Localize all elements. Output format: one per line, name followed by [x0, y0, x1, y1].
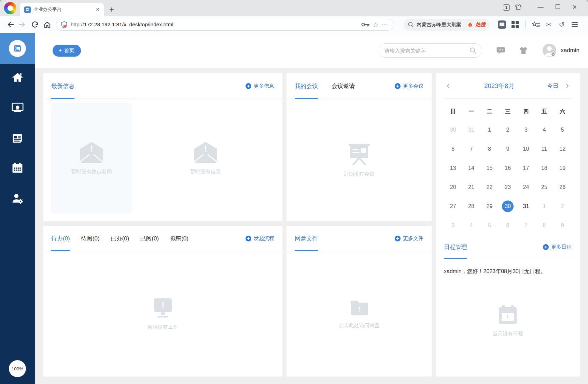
search-icon[interactable]: [470, 47, 476, 54]
calendar-day[interactable]: 2: [499, 120, 517, 139]
screenshot-scissors-icon[interactable]: ✂: [543, 19, 554, 30]
calendar-day[interactable]: 2: [554, 197, 572, 216]
calendar-day[interactable]: 5: [480, 216, 499, 235]
calendar-day[interactable]: 27: [444, 197, 462, 216]
new-tab-button[interactable]: +: [109, 6, 114, 13]
tab-latest-news[interactable]: 最新信息: [51, 73, 74, 99]
search-input[interactable]: [384, 48, 467, 54]
browser-logo-icon[interactable]: [4, 2, 16, 14]
hot-news-empty-card[interactable]: ! 暂时没有热点新闻: [51, 103, 132, 213]
url-text[interactable]: http://172.28.192.1:81/x_desktop/index.h…: [71, 21, 173, 28]
site-security-shield-icon[interactable]: [61, 21, 67, 28]
tab-close-icon[interactable]: ×: [95, 6, 100, 13]
calendar-day[interactable]: 8: [535, 216, 553, 235]
calendar-day[interactable]: 30: [444, 120, 462, 139]
calendar-day[interactable]: 26: [554, 178, 572, 197]
calendar-day[interactable]: 21: [462, 178, 480, 197]
tab-draft[interactable]: 拟稿(0): [170, 226, 188, 251]
calendar-day[interactable]: 11: [535, 139, 553, 159]
home-tab-pill[interactable]: 首页: [53, 45, 81, 57]
reload-icon[interactable]: [29, 19, 40, 30]
undo-closed-tab-icon[interactable]: ↺: [556, 19, 567, 30]
calendar-day[interactable]: 12: [554, 139, 572, 159]
sidebar-item-calendar[interactable]: [11, 162, 24, 174]
calendar-day[interactable]: 6: [499, 216, 517, 235]
app-logo[interactable]: [0, 33, 35, 64]
tab-meeting-invites[interactable]: 会议邀请: [332, 73, 355, 99]
calendar-day[interactable]: 23: [499, 178, 517, 197]
more-files-link[interactable]: 更多文件: [395, 226, 423, 251]
close-window-button[interactable]: ×: [566, 3, 583, 12]
tab-count-badge[interactable]: 1: [498, 4, 515, 11]
calendar-day[interactable]: 9: [499, 139, 517, 159]
calendar-day[interactable]: 4: [462, 216, 480, 235]
more-schedule-link[interactable]: 更多日程: [543, 235, 572, 259]
calendar-day-selected[interactable]: 30: [499, 197, 517, 216]
username-label[interactable]: xadmin: [561, 47, 579, 54]
calendar-day[interactable]: 3: [517, 120, 535, 139]
calendar-day[interactable]: 19: [554, 159, 572, 178]
calendar-day[interactable]: 7: [462, 139, 480, 159]
calendar-day[interactable]: 9: [554, 216, 572, 235]
calendar-day[interactable]: 5: [554, 120, 572, 139]
calendar-month-label[interactable]: 2023年8月: [452, 82, 547, 90]
theme-shirt-icon[interactable]: [519, 47, 528, 54]
calendar-day[interactable]: 31: [462, 120, 480, 139]
calendar-next-icon[interactable]: ›: [564, 81, 571, 91]
address-bar[interactable]: http://172.28.192.1:81/x_desktop/index.h…: [56, 19, 393, 31]
reading-mode-icon[interactable]: [496, 19, 507, 30]
start-process-link[interactable]: 发起流程: [246, 226, 274, 251]
calendar-day[interactable]: 18: [535, 159, 553, 178]
calendar-day[interactable]: 20: [444, 178, 462, 197]
password-key-icon[interactable]: [361, 22, 369, 27]
netdisk-empty-area[interactable]: ! 点击此处访问网盘: [286, 251, 432, 376]
calendar-day[interactable]: 1: [480, 120, 499, 139]
calendar-day[interactable]: 4: [535, 120, 553, 139]
calendar-day[interactable]: 13: [444, 159, 462, 178]
calendar-day[interactable]: 29: [480, 197, 499, 216]
calendar-day[interactable]: 14: [462, 159, 480, 178]
sidebar-item-meeting[interactable]: [11, 101, 24, 114]
calendar-day[interactable]: 31: [517, 197, 535, 216]
address-more-icon[interactable]: ···: [382, 22, 388, 28]
back-icon[interactable]: [5, 19, 16, 30]
tab-read[interactable]: 已阅(0): [140, 226, 159, 251]
bookmark-star-icon[interactable]: ☆: [373, 21, 379, 29]
tab-my-meetings[interactable]: 我的会议: [295, 73, 318, 99]
sidebar-item-news[interactable]: [11, 132, 24, 144]
calendar-day[interactable]: 7: [517, 216, 535, 235]
calendar-day[interactable]: 28: [462, 197, 480, 216]
calendar-day[interactable]: 22: [480, 178, 499, 197]
tab-done[interactable]: 已办(0): [111, 226, 129, 251]
minimize-button[interactable]: —: [532, 4, 549, 11]
sidebar-item-home[interactable]: [11, 71, 24, 83]
apps-grid-icon[interactable]: [509, 19, 520, 30]
messages-icon[interactable]: [496, 47, 505, 55]
more-news-link[interactable]: 更多信息: [246, 73, 274, 99]
home-icon[interactable]: [42, 19, 53, 30]
global-search-box[interactable]: [379, 43, 482, 58]
browser-tab[interactable]: 企业办公平台 ×: [20, 3, 104, 16]
tab-toread[interactable]: 待阅(0): [81, 226, 100, 251]
theme-skin-icon[interactable]: [515, 4, 532, 10]
user-avatar[interactable]: [543, 44, 556, 57]
hot-search-box[interactable]: 内蒙古赤峰重大刑案 热搜: [404, 19, 490, 31]
calendar-day[interactable]: 6: [444, 139, 462, 159]
calendar-day[interactable]: 25: [535, 178, 553, 197]
zoom-level-badge[interactable]: 100%: [9, 360, 26, 377]
tab-schedule[interactable]: 日程管理: [444, 235, 467, 259]
calendar-day[interactable]: 17: [517, 159, 535, 178]
tab-netdisk[interactable]: 网盘文件: [295, 226, 318, 251]
calendar-day[interactable]: 24: [517, 178, 535, 197]
calendar-day[interactable]: 1: [535, 197, 553, 216]
favorites-list-icon[interactable]: [530, 19, 541, 30]
calendar-today-button[interactable]: 今日: [547, 82, 558, 90]
calendar-day[interactable]: 8: [480, 139, 499, 159]
sidebar-item-admin[interactable]: [11, 192, 24, 205]
tab-todo[interactable]: 待办(0): [51, 226, 70, 251]
calendar-prev-icon[interactable]: ‹: [445, 81, 452, 91]
calendar-day[interactable]: 10: [517, 139, 535, 159]
calendar-day[interactable]: 15: [480, 159, 499, 178]
maximize-button[interactable]: [549, 4, 566, 11]
menu-hamburger-icon[interactable]: [569, 19, 580, 30]
